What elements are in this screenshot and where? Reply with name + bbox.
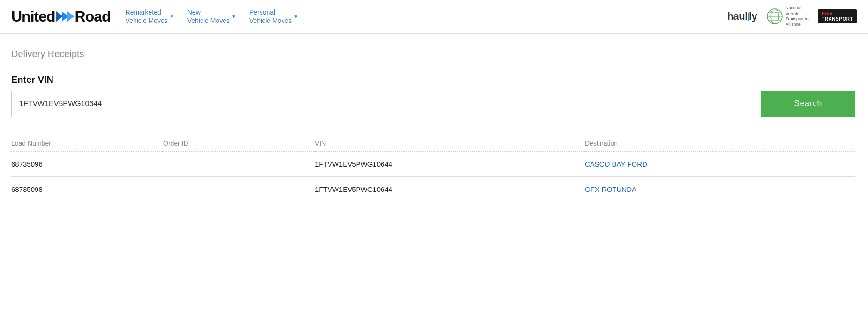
nav-personal-vehicle-moves[interactable]: PersonalVehicle Moves ▼ [249, 8, 298, 25]
col-header-order-id: Order ID [163, 136, 315, 151]
cell-destination-2: GFX-ROTUNDA [585, 176, 855, 202]
haully-bar-icon [748, 13, 749, 21]
table-header: Load Number Order ID VIN Destination [11, 136, 855, 151]
chevron-down-icon: ▼ [232, 14, 236, 20]
logo-arrows-icon [56, 7, 74, 25]
svg-marker-1 [62, 11, 68, 22]
col-header-destination: Destination [585, 136, 855, 151]
main-content: Delivery Receipts Enter VIN Search Load … [0, 34, 868, 217]
nvt-globe-icon [766, 8, 783, 25]
cell-load-number-1: 68735096 [11, 151, 163, 177]
pilot-transport-logo: Pilot TRANSPORT [818, 9, 857, 23]
nvt-logo: National Vehicle Transporters Alliance [766, 6, 808, 28]
table-body: 68735096 1FTVW1EV5PWG10644 CASCO BAY FOR… [11, 151, 855, 202]
partner-logos: haully National Vehicle Transporters All… [727, 6, 857, 28]
destination-link-2[interactable]: GFX-ROTUNDA [585, 185, 636, 193]
search-button[interactable]: Search [761, 91, 855, 117]
logo-united: United [11, 8, 55, 25]
cell-destination-1: CASCO BAY FORD [585, 151, 855, 177]
chevron-down-icon: ▼ [170, 14, 174, 20]
logo-text: United Road [11, 7, 111, 25]
results-table: Load Number Order ID VIN Destination 687… [11, 136, 855, 202]
chevron-down-icon: ▼ [293, 14, 298, 20]
col-header-vin: VIN [315, 136, 585, 151]
haully-logo: haully [727, 10, 757, 22]
cell-vin-2: 1FTVW1EV5PWG10644 [315, 176, 585, 202]
cell-order-id-2 [163, 176, 315, 202]
logo: United Road [11, 7, 111, 25]
search-row: Search [11, 91, 855, 117]
main-nav: RemarketedVehicle Moves ▼ NewVehicle Mov… [126, 8, 712, 25]
vin-input[interactable] [11, 91, 761, 117]
cell-vin-1: 1FTVW1EV5PWG10644 [315, 151, 585, 177]
nav-remarketed-vehicle-moves[interactable]: RemarketedVehicle Moves ▼ [126, 8, 174, 25]
svg-marker-2 [67, 11, 74, 22]
header: United Road RemarketedVehicle Moves ▼ Ne… [0, 0, 868, 34]
destination-link-1[interactable]: CASCO BAY FORD [585, 160, 647, 168]
page-title: Delivery Receipts [11, 49, 857, 59]
svg-marker-0 [56, 11, 63, 22]
nav-new-vehicle-moves[interactable]: NewVehicle Moves ▼ [187, 8, 236, 25]
table-row: 68735098 1FTVW1EV5PWG10644 GFX-ROTUNDA [11, 176, 855, 202]
table-header-row: Load Number Order ID VIN Destination [11, 136, 855, 151]
table-row: 68735096 1FTVW1EV5PWG10644 CASCO BAY FOR… [11, 151, 855, 177]
cell-load-number-2: 68735098 [11, 176, 163, 202]
col-header-load-number: Load Number [11, 136, 163, 151]
cell-order-id-1 [163, 151, 315, 177]
logo-road: Road [75, 8, 111, 25]
vin-label: Enter VIN [11, 74, 857, 85]
